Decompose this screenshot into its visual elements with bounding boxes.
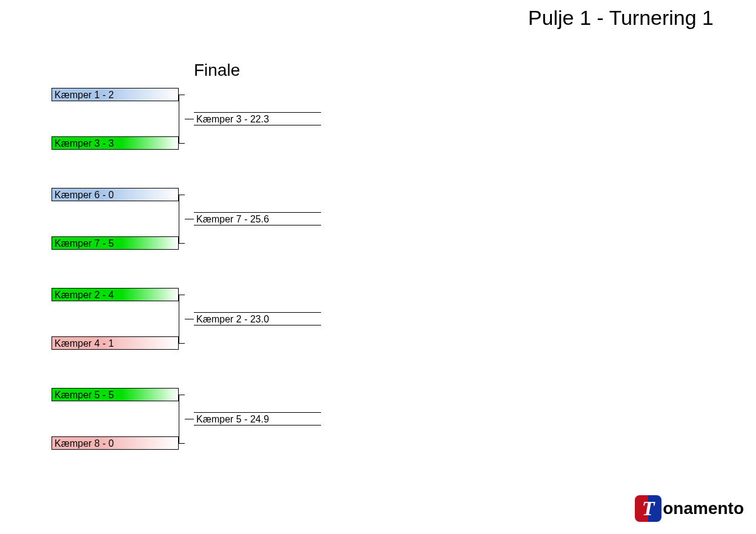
match4-bottom: Kæmper 8 - 0	[51, 436, 179, 450]
connector	[179, 243, 185, 244]
connector	[185, 119, 194, 119]
match4-result: Kæmper 5 - 24.9	[194, 412, 321, 426]
page-title: Pulje 1 - Turnering 1	[528, 6, 714, 30]
match2-bottom: Kæmper 7 - 5	[51, 236, 179, 250]
connector	[179, 343, 185, 344]
match4-top: Kæmper 5 - 5	[51, 388, 179, 401]
match3-bottom: Kæmper 4 - 1	[51, 336, 179, 350]
logo-icon: T	[635, 495, 662, 522]
match2-result: Kæmper 7 - 25.6	[194, 212, 321, 225]
connector	[185, 419, 194, 419]
match1-result: Kæmper 3 - 22.3	[194, 112, 321, 125]
connector	[179, 95, 179, 143]
connector	[185, 319, 194, 319]
connector	[179, 295, 179, 343]
logo-text: onamento	[663, 499, 744, 518]
connector	[179, 295, 185, 295]
match1-top: Kæmper 1 - 2	[51, 88, 179, 101]
connector	[179, 195, 179, 243]
connector	[179, 95, 185, 95]
connector	[179, 443, 185, 444]
connector	[179, 395, 179, 443]
match1-bottom: Kæmper 3 - 3	[51, 136, 179, 150]
match3-top: Kæmper 2 - 4	[51, 288, 179, 301]
connector	[179, 195, 185, 195]
brand-logo: T onamento	[635, 495, 744, 522]
connector	[185, 219, 194, 219]
round-label: Finale	[194, 61, 240, 80]
match3-result: Kæmper 2 - 23.0	[194, 312, 321, 325]
match2-top: Kæmper 6 - 0	[51, 188, 179, 201]
connector	[179, 143, 185, 144]
connector	[179, 395, 185, 395]
